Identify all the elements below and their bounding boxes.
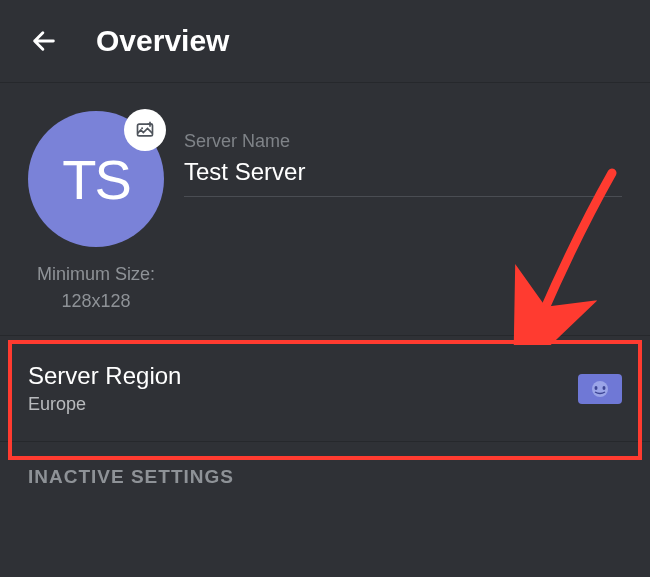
region-value: Europe xyxy=(28,394,181,415)
min-size-hint: Minimum Size: 128x128 xyxy=(37,261,155,315)
add-image-icon xyxy=(135,120,155,140)
inactive-settings-header: INACTIVE SETTINGS xyxy=(0,442,650,488)
avatar-column: TS Minimum Size: 128x128 xyxy=(28,111,164,315)
server-icon-section: TS Minimum Size: 128x128 Server Name Tes… xyxy=(0,83,650,335)
min-size-value: 128x128 xyxy=(37,288,155,315)
europe-flag-icon xyxy=(584,379,616,399)
header: Overview xyxy=(0,0,650,82)
region-title: Server Region xyxy=(28,362,181,390)
server-name-input[interactable]: Test Server xyxy=(184,158,622,197)
min-size-label: Minimum Size: xyxy=(37,261,155,288)
svg-point-4 xyxy=(592,381,608,397)
svg-point-6 xyxy=(603,386,606,390)
server-name-label: Server Name xyxy=(184,131,622,152)
region-flag-icon xyxy=(578,374,622,404)
page-title: Overview xyxy=(96,24,229,58)
svg-point-5 xyxy=(595,386,598,390)
server-name-field[interactable]: Server Name Test Server xyxy=(184,111,622,315)
back-button[interactable] xyxy=(28,25,60,57)
svg-point-1 xyxy=(141,127,143,129)
avatar-wrapper[interactable]: TS xyxy=(28,111,164,247)
region-text: Server Region Europe xyxy=(28,362,181,415)
arrow-left-icon xyxy=(30,27,58,55)
upload-image-button[interactable] xyxy=(124,109,166,151)
server-region-row[interactable]: Server Region Europe xyxy=(0,336,650,441)
